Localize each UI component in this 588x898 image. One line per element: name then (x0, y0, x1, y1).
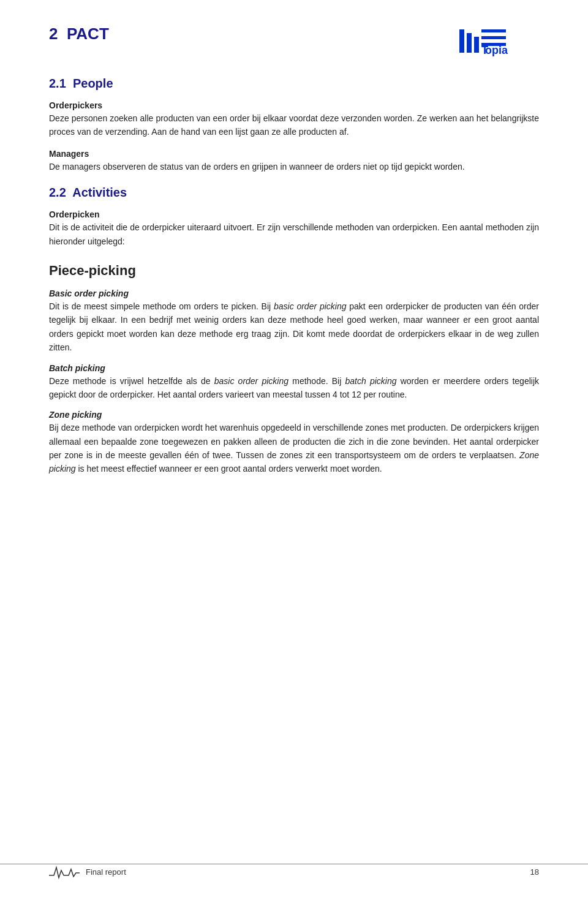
managers-role-title: Managers (49, 149, 539, 159)
basic-order-picking-text: Dit is de meest simpele methode om order… (49, 300, 539, 355)
topia-logo-icon: opia T (459, 25, 539, 58)
chapter-title-block: 2 PACT (49, 25, 109, 43)
svg-rect-1 (467, 33, 472, 53)
svg-rect-4 (481, 36, 506, 39)
page-header: 2 PACT opia T (49, 25, 539, 58)
svg-rect-2 (474, 37, 479, 53)
svg-rect-3 (481, 29, 506, 32)
svg-text:T: T (481, 44, 488, 56)
section-2-1-title: 2.1 People (49, 77, 539, 91)
piece-picking-heading: Piece-picking (49, 263, 539, 279)
zone-picking-title: Zone picking (49, 410, 539, 420)
svg-rect-0 (459, 29, 464, 53)
section-2-2: 2.2 Activities Orderpicken Dit is de act… (49, 186, 539, 476)
batch-picking-text: Deze methode is vrijwel hetzelfde als de… (49, 374, 539, 402)
managers-text: De managers observeren de status van de … (49, 160, 539, 173)
section-2-2-title: 2.2 Activities (49, 186, 539, 200)
chapter-title: 2 PACT (49, 25, 109, 43)
basic-order-picking-title: Basic order picking (49, 289, 539, 298)
footer-left: Final report (49, 864, 126, 880)
orderpickers-role-title: Orderpickers (49, 100, 539, 110)
batch-picking-title: Batch picking (49, 363, 539, 373)
logo-container: opia T (459, 25, 539, 58)
orderpicken-role-title: Orderpicken (49, 209, 539, 219)
footer-label: Final report (86, 867, 126, 877)
zone-picking-text: Bij deze methode van orderpicken wordt h… (49, 421, 539, 476)
page-footer: Final report 18 (0, 864, 588, 880)
section-2-1: 2.1 People Orderpickers Deze personen zo… (49, 77, 539, 173)
svg-text:opia: opia (485, 44, 508, 56)
orderpickers-text: Deze personen zoeken alle producten van … (49, 111, 539, 139)
orderpicken-text: Dit is de activiteit die de orderpicker … (49, 221, 539, 248)
footer-page-number: 18 (530, 867, 539, 877)
page-container: 2 PACT opia T 2.1 People (0, 0, 588, 898)
footer-wave-icon (49, 864, 80, 880)
